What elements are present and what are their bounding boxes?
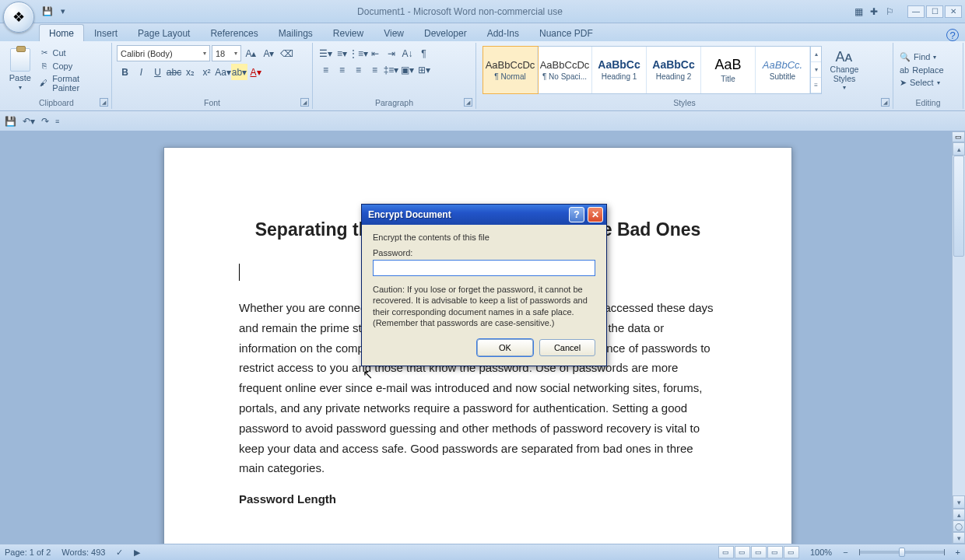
change-case-button[interactable]: Aa▾ bbox=[215, 64, 231, 80]
save-icon[interactable]: 💾 bbox=[5, 116, 16, 127]
decrease-indent-button[interactable]: ⇤ bbox=[367, 45, 383, 61]
strikethrough-button[interactable]: abc bbox=[166, 64, 182, 80]
qat-customize-icon[interactable]: ▾ bbox=[58, 6, 68, 17]
style-heading2[interactable]: AaBbCcHeading 2 bbox=[647, 47, 701, 93]
superscript-button[interactable]: x² bbox=[198, 64, 215, 80]
redo-button[interactable]: ↷ bbox=[41, 116, 49, 127]
align-right-button[interactable]: ≡ bbox=[350, 61, 367, 78]
scroll-thumb[interactable] bbox=[953, 156, 964, 257]
maximize-button[interactable]: ☐ bbox=[926, 5, 943, 18]
previous-page-button[interactable]: ▴ bbox=[953, 509, 965, 520]
style-title[interactable]: AaBTitle bbox=[701, 47, 756, 93]
web-layout-view[interactable]: ▭ bbox=[751, 546, 767, 558]
dialog-close-button[interactable]: ✕ bbox=[588, 207, 603, 222]
style-subtitle[interactable]: AaBbCc.Subtitle bbox=[756, 47, 810, 93]
increase-indent-button[interactable]: ⇥ bbox=[383, 45, 399, 61]
scroll-up-button[interactable]: ▴ bbox=[953, 142, 965, 156]
addin-icon-2[interactable]: ✚ bbox=[867, 5, 881, 19]
dialog-titlebar[interactable]: Encrypt Document ? ✕ bbox=[362, 205, 606, 225]
tab-page-layout[interactable]: Page Layout bbox=[128, 24, 200, 41]
zoom-thumb[interactable] bbox=[899, 548, 905, 557]
borders-button[interactable]: ⊞▾ bbox=[416, 61, 432, 78]
addin-icon-3[interactable]: ⚐ bbox=[883, 5, 897, 19]
font-size-combo[interactable]: 18▾ bbox=[212, 45, 241, 61]
outline-view[interactable]: ▭ bbox=[767, 546, 783, 558]
line-spacing-button[interactable]: ‡≡▾ bbox=[383, 61, 399, 78]
tab-addins[interactable]: Add-Ins bbox=[477, 24, 529, 41]
next-page-button[interactable]: ▾ bbox=[953, 532, 965, 544]
numbering-button[interactable]: ≡▾ bbox=[334, 45, 350, 61]
addin-icon-1[interactable]: ▦ bbox=[851, 5, 865, 19]
zoom-in-button[interactable]: + bbox=[956, 548, 960, 557]
tab-home[interactable]: Home bbox=[39, 24, 84, 41]
zoom-out-button[interactable]: − bbox=[843, 548, 847, 557]
undo-button[interactable]: ↶▾ bbox=[23, 116, 35, 127]
tab-mailings[interactable]: Mailings bbox=[268, 24, 323, 41]
minimize-button[interactable]: — bbox=[907, 5, 925, 18]
bullets-button[interactable]: ☰▾ bbox=[318, 45, 334, 61]
paste-button[interactable]: Paste ▾ bbox=[5, 47, 36, 93]
show-marks-button[interactable]: ¶ bbox=[416, 45, 432, 61]
tab-nuance[interactable]: Nuance PDF bbox=[529, 24, 603, 41]
print-layout-view[interactable]: ▭ bbox=[718, 546, 734, 558]
find-button[interactable]: 🔍Find▾ bbox=[897, 51, 947, 64]
tab-references[interactable]: References bbox=[200, 24, 268, 41]
close-button[interactable]: ✕ bbox=[945, 5, 962, 18]
style-no-spacing[interactable]: AaBbCcDc¶ No Spaci... bbox=[538, 47, 592, 93]
shrink-font-button[interactable]: A▾ bbox=[261, 45, 277, 61]
format-painter-button[interactable]: 🖌Format Painter bbox=[39, 74, 109, 93]
dialog-help-button[interactable]: ? bbox=[569, 207, 584, 222]
subscript-button[interactable]: x₂ bbox=[182, 64, 198, 80]
multilevel-button[interactable]: ⋮≡▾ bbox=[350, 45, 367, 61]
shading-button[interactable]: ▣▾ bbox=[399, 61, 416, 78]
browse-object-button[interactable]: ◯ bbox=[953, 520, 965, 532]
font-color-button[interactable]: A▾ bbox=[247, 64, 264, 80]
help-icon[interactable]: ? bbox=[946, 29, 959, 41]
align-center-button[interactable]: ≡ bbox=[334, 61, 350, 78]
bold-button[interactable]: B bbox=[117, 64, 133, 80]
password-input[interactable] bbox=[373, 260, 595, 276]
sort-button[interactable]: A↓ bbox=[399, 45, 416, 61]
ok-button[interactable]: OK bbox=[477, 339, 533, 356]
italic-button[interactable]: I bbox=[133, 64, 149, 80]
macro-icon[interactable]: ▶ bbox=[134, 548, 140, 558]
underline-button[interactable]: U bbox=[149, 64, 166, 80]
copy-button[interactable]: ⎘Copy bbox=[39, 61, 109, 72]
status-words[interactable]: Words: 493 bbox=[61, 548, 105, 557]
font-launcher[interactable]: ◢ bbox=[300, 98, 309, 107]
highlight-button[interactable]: ab▾ bbox=[231, 64, 247, 80]
office-button[interactable]: ❖ bbox=[3, 2, 34, 33]
select-button[interactable]: ➤Select▾ bbox=[897, 76, 947, 89]
save-icon[interactable]: 💾 bbox=[42, 6, 53, 17]
draft-view[interactable]: ▭ bbox=[784, 546, 799, 558]
full-screen-view[interactable]: ▭ bbox=[735, 546, 750, 558]
zoom-level[interactable]: 100% bbox=[810, 548, 832, 557]
scroll-track[interactable] bbox=[953, 156, 965, 495]
grow-font-button[interactable]: A▴ bbox=[243, 45, 259, 61]
replace-button[interactable]: abReplace bbox=[897, 64, 947, 76]
style-normal[interactable]: AaBbCcDc¶ Normal bbox=[483, 47, 538, 93]
tab-developer[interactable]: Developer bbox=[414, 24, 477, 41]
tab-insert[interactable]: Insert bbox=[84, 24, 128, 41]
change-styles-button[interactable]: Aᴀ Change Styles ▾ bbox=[825, 47, 864, 92]
gallery-more[interactable]: ≡ bbox=[811, 78, 821, 93]
qat2-customize[interactable]: ≡ bbox=[55, 117, 59, 125]
tab-review[interactable]: Review bbox=[323, 24, 374, 41]
ruler-toggle[interactable]: ▭ bbox=[952, 131, 965, 142]
gallery-down[interactable]: ▾ bbox=[811, 62, 821, 78]
scroll-down-button[interactable]: ▾ bbox=[953, 495, 965, 509]
tab-view[interactable]: View bbox=[374, 24, 414, 41]
cancel-button[interactable]: Cancel bbox=[539, 339, 595, 356]
clear-formatting-button[interactable]: ⌫ bbox=[279, 45, 295, 61]
zoom-slider[interactable] bbox=[859, 551, 945, 554]
paragraph-launcher[interactable]: ◢ bbox=[464, 98, 472, 107]
gallery-up[interactable]: ▴ bbox=[811, 47, 821, 62]
status-page[interactable]: Page: 1 of 2 bbox=[5, 548, 51, 557]
spell-check-icon[interactable]: ✓ bbox=[116, 548, 123, 558]
cut-button[interactable]: ✂Cut bbox=[39, 47, 109, 58]
styles-launcher[interactable]: ◢ bbox=[881, 98, 890, 107]
align-left-button[interactable]: ≡ bbox=[318, 61, 334, 78]
clipboard-launcher[interactable]: ◢ bbox=[100, 98, 108, 107]
justify-button[interactable]: ≡ bbox=[367, 61, 383, 78]
font-name-combo[interactable]: Calibri (Body)▾ bbox=[117, 45, 210, 61]
